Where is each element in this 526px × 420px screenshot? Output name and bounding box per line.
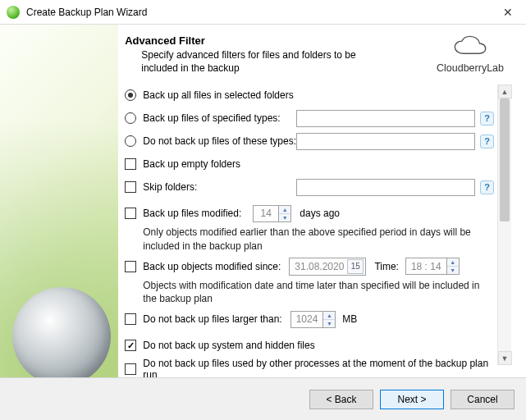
close-icon: ✕ — [503, 6, 513, 19]
spinner-up-icon[interactable]: ▲ — [447, 258, 459, 266]
chevron-up-icon: ▲ — [501, 88, 509, 96]
help-skip-folders[interactable]: ? — [480, 180, 494, 194]
checkbox-not-larger-label: Do not back up files larger than: — [143, 313, 281, 325]
modified-since-time-value: 18 : 14 — [406, 258, 446, 274]
page-subtitle: Specify advanced filters for files and f… — [141, 48, 371, 75]
checkbox-modified-since[interactable] — [125, 261, 136, 272]
spinner-down-icon[interactable]: ▼ — [323, 319, 335, 327]
include-types-input[interactable] — [296, 110, 475, 127]
window-title: Create Backup Plan Wizard — [26, 7, 490, 18]
modified-since-date[interactable]: 31.08.2020 15 — [289, 258, 366, 276]
checkbox-modified-since-label: Back up objects modified since: — [143, 261, 281, 272]
app-icon — [7, 6, 20, 19]
page-title: Advanced Filter — [125, 34, 429, 47]
checkbox-skip-system-label: Do not back up system and hidden files — [143, 340, 314, 351]
cancel-button[interactable]: Cancel — [451, 390, 515, 409]
help-exclude-types[interactable]: ? — [480, 135, 494, 148]
hint-modified-since: Objects with modification date and time … — [143, 279, 494, 305]
spinner-down-icon[interactable]: ▼ — [447, 266, 459, 274]
spinner-up-icon[interactable]: ▲ — [279, 206, 290, 213]
checkbox-not-larger[interactable] — [125, 313, 136, 325]
options-panel: Back up all files in selected folders Ba… — [125, 84, 497, 365]
exclude-types-input[interactable] — [296, 133, 475, 150]
not-larger-spinner[interactable]: 1024 ▲ ▼ — [290, 311, 336, 328]
radio-backup-all[interactable] — [125, 89, 136, 101]
vertical-scrollbar[interactable]: ▲ ▼ — [497, 84, 511, 365]
help-include-types[interactable]: ? — [480, 112, 494, 126]
checkbox-modified-days[interactable] — [125, 208, 136, 219]
wizard-main: Advanced Filter Specify advanced filters… — [118, 25, 526, 377]
modified-days-spinner[interactable]: 14 ▲ ▼ — [253, 205, 291, 222]
checkbox-empty-folders[interactable] — [125, 158, 136, 170]
brand-name: CloudberryLab — [437, 62, 504, 74]
radio-exclude-types-label: Do not back up files of these types: — [143, 135, 296, 147]
skip-folders-input[interactable] — [296, 179, 475, 196]
checkbox-skip-folders-label: Skip folders: — [143, 181, 197, 193]
title-bar: Create Backup Plan Wizard ✕ — [0, 0, 526, 25]
not-larger-unit: MB — [342, 313, 357, 325]
scroll-track[interactable] — [498, 98, 511, 351]
checkbox-skip-locked[interactable] — [125, 363, 136, 375]
checkbox-skip-system[interactable] — [125, 340, 136, 351]
calendar-icon[interactable]: 15 — [347, 259, 364, 274]
radio-include-types-label: Back up files of specified types: — [143, 112, 280, 124]
close-button[interactable]: ✕ — [490, 0, 526, 25]
scroll-thumb[interactable] — [500, 98, 510, 221]
modified-days-suffix: days ago — [300, 208, 340, 219]
wizard-footer: < Back Next > Cancel — [0, 377, 526, 420]
back-button[interactable]: < Back — [309, 390, 373, 409]
wizard-sidebar — [0, 25, 118, 377]
checkbox-skip-folders[interactable] — [125, 181, 136, 193]
hint-modified-days: Only objects modified earlier than the a… — [143, 226, 494, 252]
spinner-up-icon[interactable]: ▲ — [323, 312, 335, 319]
checkbox-modified-days-label: Back up files modified: — [143, 208, 241, 219]
checkbox-empty-folders-label: Back up empty folders — [143, 158, 240, 170]
modified-since-time-spinner[interactable]: 18 : 14 ▲ ▼ — [405, 258, 460, 275]
radio-backup-all-label: Back up all files in selected folders — [143, 89, 293, 101]
modified-since-date-value: 31.08.2020 — [295, 261, 344, 272]
scroll-down-button[interactable]: ▼ — [498, 351, 512, 365]
brand-logo: CloudberryLab — [429, 34, 511, 74]
chevron-down-icon: ▼ — [501, 354, 509, 363]
spinner-down-icon[interactable]: ▼ — [279, 213, 290, 221]
time-label: Time: — [374, 261, 399, 272]
radio-exclude-types[interactable] — [125, 135, 136, 147]
next-button[interactable]: Next > — [380, 390, 444, 409]
cloud-icon — [451, 34, 489, 61]
modified-days-value: 14 — [254, 206, 278, 221]
radio-include-types[interactable] — [125, 112, 136, 124]
scroll-up-button[interactable]: ▲ — [498, 84, 512, 98]
not-larger-value: 1024 — [291, 312, 323, 327]
